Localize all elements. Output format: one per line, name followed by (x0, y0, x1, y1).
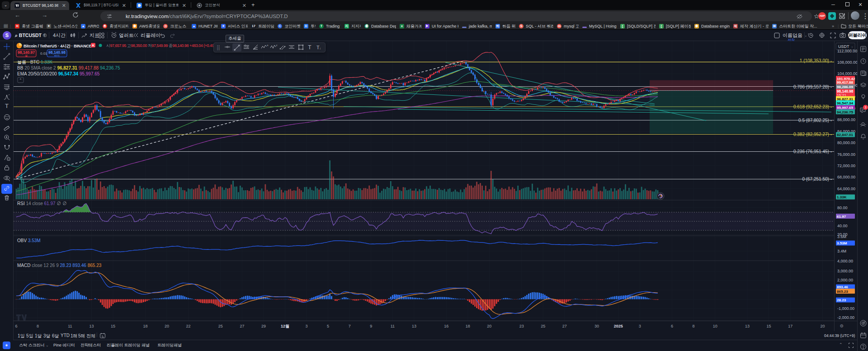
svg-text:3.53M: 3.53M (837, 241, 847, 245)
svg-text:28.23: 28.23 (837, 298, 846, 302)
svg-text:11: 11 (68, 324, 72, 328)
svg-text:MACD close 12 26 9 28.23 893.4: MACD close 12 26 9 28.23 893.46 865.23 (17, 263, 102, 268)
svg-text:23: 23 (519, 324, 524, 328)
svg-text:OBV 3.53M: OBV 3.53M (17, 238, 41, 243)
svg-text:3,000.00: 3,000.00 (837, 269, 853, 273)
svg-text:20: 20 (165, 324, 169, 328)
svg-text:6: 6 (671, 324, 673, 328)
svg-text:112,000.00: 112,000.00 (837, 49, 857, 53)
svg-text:-1,000.00: -1,000.00 (837, 306, 854, 311)
svg-text:98,286.09: 98,286.09 (837, 85, 854, 89)
svg-text:0.5 (87,802.25) -: 0.5 (87,802.25) - (798, 118, 832, 123)
svg-text:61.97: 61.97 (837, 215, 846, 219)
svg-text:8: 8 (693, 324, 695, 328)
svg-text:96,547.34: 96,547.34 (837, 101, 854, 105)
svg-text:시97,657.95 고98,350.00 저97,549.: 시97,657.95 고98,350.00 저97,549.99 종98,140… (106, 43, 218, 48)
svg-text:0.236 (76,951.45) -: 0.236 (76,951.45) - (793, 149, 832, 154)
svg-text:4,000.00: 4,000.00 (837, 259, 853, 263)
svg-text:15: 15 (111, 324, 115, 328)
svg-text:-2,000.00: -2,000.00 (837, 315, 854, 320)
svg-text:64,000.00: 64,000.00 (837, 187, 855, 191)
svg-text:3: 3 (306, 324, 308, 328)
svg-text:68,000.00: 68,000.00 (837, 175, 855, 179)
svg-text:7: 7 (349, 324, 351, 328)
svg-text:BB 20 SMA close 2 96,827.31 9: BB 20 SMA close 2 96,827.31 99,417.88 94… (17, 66, 120, 70)
svg-text:76,000.00: 76,000.00 (837, 152, 855, 157)
svg-text:0.01: 0.01 (40, 51, 47, 56)
svg-text:0 (67,251.50) -: 0 (67,251.50) - (802, 177, 832, 182)
svg-text:80.00: 80.00 (837, 206, 848, 210)
svg-text:27: 27 (240, 324, 244, 328)
svg-text:바이: 바이 (54, 54, 60, 57)
svg-text:⚙: ⚙ (840, 323, 844, 328)
svg-text:9: 9 (370, 324, 372, 328)
svg-text:18: 18 (143, 324, 147, 328)
svg-text:88,000.00: 88,000.00 (837, 117, 855, 122)
svg-text:72,000.00: 72,000.00 (837, 164, 855, 168)
svg-text:0.786 (99,557.28) -: 0.786 (99,557.28) - (793, 84, 832, 89)
svg-text:0.382 (82,952.27) -: 0.382 (82,952.27) - (793, 132, 832, 137)
svg-text:13: 13 (89, 324, 94, 328)
svg-text:29: 29 (261, 324, 266, 328)
svg-text:40.00: 40.00 (837, 224, 848, 228)
svg-text:30: 30 (594, 324, 599, 328)
svg-text:99,417.88: 99,417.88 (837, 80, 854, 84)
svg-text:27: 27 (562, 324, 567, 328)
svg-text:108,000.00: 108,000.00 (837, 60, 857, 65)
svg-text:17: 17 (788, 324, 793, 328)
svg-text:10: 10 (713, 324, 717, 328)
svg-text:0.618 (92,652.23) -: 0.618 (92,652.23) - (793, 104, 832, 109)
svg-text:5: 5 (327, 324, 329, 328)
svg-text:865.23: 865.23 (837, 290, 848, 294)
svg-text:2,000.00: 2,000.00 (837, 278, 853, 282)
svg-text:셀: 셀 (25, 54, 28, 57)
svg-text:80,000.00: 80,000.00 (837, 140, 855, 145)
svg-text:20: 20 (820, 324, 825, 328)
svg-text:1.33K: 1.33K (837, 195, 847, 199)
svg-text:98,140.98: 98,140.98 (48, 50, 66, 55)
svg-text:6: 6 (15, 324, 17, 328)
svg-text:12월: 12월 (281, 324, 289, 328)
svg-text:1 (108,353.00) -: 1 (108,353.00) - (800, 58, 832, 63)
svg-text:82,847.01: 82,847.01 (837, 133, 854, 137)
svg-text:18: 18 (466, 324, 470, 328)
svg-text:15: 15 (767, 324, 771, 328)
svg-text:3: 3 (639, 324, 641, 328)
svg-text:94,236.75: 94,236.75 (837, 110, 854, 114)
svg-text:893.46: 893.46 (837, 285, 848, 289)
svg-text:20: 20 (487, 324, 491, 328)
svg-text:13: 13 (412, 324, 416, 328)
svg-text:25: 25 (218, 324, 223, 328)
svg-text:RSI 14 close 61.97 ∅ ∅: RSI 14 close 61.97 ∅ ∅ (17, 201, 67, 206)
svg-text:3.6M: 3.6M (837, 234, 846, 239)
svg-text:⌃: ⌃ (19, 78, 22, 82)
svg-text:K: K (92, 43, 95, 47)
svg-text:13: 13 (745, 324, 750, 328)
svg-text:104,000.00: 104,000.00 (837, 71, 857, 76)
svg-text:EMA 20/50/100/200 96,547.34 9: EMA 20/50/100/200 96,547.34 95,997.65 (17, 71, 100, 76)
svg-text:22: 22 (186, 324, 190, 328)
svg-text:USDT: USDT (838, 44, 849, 49)
svg-text:25: 25 (541, 324, 545, 328)
svg-text:2025: 2025 (614, 324, 623, 328)
svg-text:Bitcoin / TetherUS · 4시간 · BIN: Bitcoin / TetherUS · 4시간 · BINANCE (24, 44, 92, 48)
svg-text:⌄: ⌄ (851, 45, 854, 48)
svg-text:98,140.97: 98,140.97 (18, 50, 35, 55)
svg-text:11: 11 (391, 324, 395, 328)
svg-text:16: 16 (444, 324, 448, 328)
svg-text:8: 8 (37, 324, 39, 328)
svg-text:3.4M: 3.4M (837, 249, 846, 253)
